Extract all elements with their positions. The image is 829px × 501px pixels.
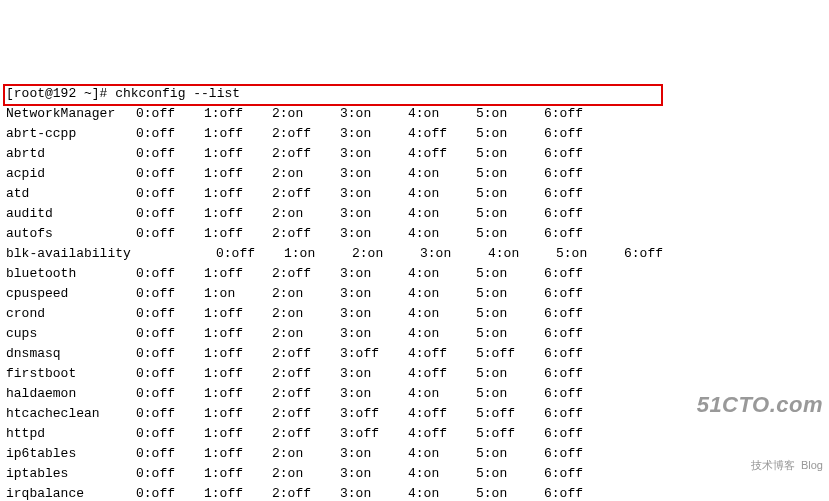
runlevel-state: 6:off bbox=[544, 484, 612, 501]
service-name: iptables bbox=[6, 464, 136, 484]
runlevel-state: 3:on bbox=[340, 324, 408, 344]
runlevel-state: 0:off bbox=[136, 224, 204, 244]
runlevel-state: 2:off bbox=[272, 224, 340, 244]
runlevel-state: 2:on bbox=[272, 304, 340, 324]
service-name: abrtd bbox=[6, 144, 136, 164]
service-row: iptables0:off1:off2:on3:on4:on5:on6:off bbox=[6, 464, 823, 484]
service-row: bluetooth0:off1:off2:off3:on4:on5:on6:of… bbox=[6, 264, 823, 284]
runlevel-state: 1:off bbox=[204, 424, 272, 444]
runlevel-state: 3:on bbox=[340, 464, 408, 484]
runlevel-state: 0:off bbox=[216, 244, 284, 264]
runlevel-state: 4:on bbox=[408, 384, 476, 404]
runlevel-state: 3:on bbox=[340, 384, 408, 404]
runlevel-state: 1:off bbox=[204, 164, 272, 184]
runlevel-state: 1:off bbox=[204, 224, 272, 244]
runlevel-state: 1:off bbox=[204, 464, 272, 484]
runlevel-state: 3:on bbox=[340, 444, 408, 464]
runlevel-state: 6:off bbox=[544, 404, 612, 424]
runlevel-state: 6:off bbox=[544, 344, 612, 364]
runlevel-state: 4:on bbox=[408, 224, 476, 244]
runlevel-state: 4:on bbox=[408, 444, 476, 464]
runlevel-state: 4:off bbox=[408, 144, 476, 164]
runlevel-state: 5:on bbox=[476, 484, 544, 501]
runlevel-state: 2:off bbox=[272, 264, 340, 284]
runlevel-state: 4:on bbox=[408, 284, 476, 304]
runlevel-state: 0:off bbox=[136, 444, 204, 464]
service-row: abrt-ccpp0:off1:off2:off3:on4:off5:on6:o… bbox=[6, 124, 823, 144]
runlevel-state: 1:off bbox=[204, 484, 272, 501]
runlevel-state: 5:on bbox=[476, 464, 544, 484]
service-row: NetworkManager0:off1:off2:on3:on4:on5:on… bbox=[6, 104, 823, 124]
runlevel-state: 3:on bbox=[340, 184, 408, 204]
runlevel-state: 5:on bbox=[476, 284, 544, 304]
runlevel-state: 1:off bbox=[204, 444, 272, 464]
terminal-output: [root@192 ~]# chkconfig --listNetworkMan… bbox=[0, 80, 829, 501]
runlevel-state: 5:off bbox=[476, 404, 544, 424]
runlevel-state: 0:off bbox=[136, 344, 204, 364]
runlevel-state: 1:off bbox=[204, 404, 272, 424]
runlevel-state: 3:on bbox=[340, 224, 408, 244]
runlevel-state: 1:off bbox=[204, 264, 272, 284]
runlevel-state: 5:off bbox=[476, 344, 544, 364]
runlevel-state: 0:off bbox=[136, 204, 204, 224]
service-name: blk-availability bbox=[6, 244, 216, 264]
runlevel-state: 5:on bbox=[476, 364, 544, 384]
runlevel-state: 6:off bbox=[544, 464, 612, 484]
runlevel-state: 0:off bbox=[136, 364, 204, 384]
runlevel-state: 0:off bbox=[136, 464, 204, 484]
runlevel-state: 3:on bbox=[340, 104, 408, 124]
runlevel-state: 6:off bbox=[544, 264, 612, 284]
runlevel-state: 3:on bbox=[340, 144, 408, 164]
runlevel-state: 6:off bbox=[544, 144, 612, 164]
runlevel-state: 6:off bbox=[544, 424, 612, 444]
service-row: blk-availability0:off1:on2:on3:on4:on5:o… bbox=[6, 244, 823, 264]
runlevel-state: 4:on bbox=[408, 204, 476, 224]
runlevel-state: 0:off bbox=[136, 184, 204, 204]
runlevel-state: 3:on bbox=[340, 204, 408, 224]
runlevel-state: 3:on bbox=[340, 364, 408, 384]
runlevel-state: 2:off bbox=[272, 484, 340, 501]
runlevel-state: 6:off bbox=[544, 184, 612, 204]
runlevel-state: 4:off bbox=[408, 424, 476, 444]
service-row: crond0:off1:off2:on3:on4:on5:on6:off bbox=[6, 304, 823, 324]
service-row: irqbalance0:off1:off2:off3:on4:on5:on6:o… bbox=[6, 484, 823, 501]
service-row: httpd0:off1:off2:off3:off4:off5:off6:off bbox=[6, 424, 823, 444]
service-name: cups bbox=[6, 324, 136, 344]
runlevel-state: 0:off bbox=[136, 104, 204, 124]
runlevel-state: 3:on bbox=[340, 304, 408, 324]
runlevel-state: 5:on bbox=[476, 444, 544, 464]
service-name: abrt-ccpp bbox=[6, 124, 136, 144]
runlevel-state: 2:off bbox=[272, 344, 340, 364]
service-row: cups0:off1:off2:on3:on4:on5:on6:off bbox=[6, 324, 823, 344]
service-name: crond bbox=[6, 304, 136, 324]
runlevel-state: 6:off bbox=[544, 124, 612, 144]
runlevel-state: 5:on bbox=[476, 324, 544, 344]
runlevel-state: 4:off bbox=[408, 404, 476, 424]
service-name: atd bbox=[6, 184, 136, 204]
runlevel-state: 6:off bbox=[544, 204, 612, 224]
service-name: firstboot bbox=[6, 364, 136, 384]
command-line: [root@192 ~]# chkconfig --list bbox=[6, 84, 823, 104]
service-row: abrtd0:off1:off2:off3:on4:off5:on6:off bbox=[6, 144, 823, 164]
runlevel-state: 1:off bbox=[204, 144, 272, 164]
service-row: autofs0:off1:off2:off3:on4:on5:on6:off bbox=[6, 224, 823, 244]
runlevel-state: 2:off bbox=[272, 364, 340, 384]
service-name: acpid bbox=[6, 164, 136, 184]
runlevel-state: 0:off bbox=[136, 404, 204, 424]
service-row: acpid0:off1:off2:on3:on4:on5:on6:off bbox=[6, 164, 823, 184]
runlevel-state: 0:off bbox=[136, 324, 204, 344]
runlevel-state: 6:off bbox=[544, 444, 612, 464]
runlevel-state: 0:off bbox=[136, 124, 204, 144]
service-row: cpuspeed0:off1:on2:on3:on4:on5:on6:off bbox=[6, 284, 823, 304]
runlevel-state: 6:off bbox=[544, 284, 612, 304]
runlevel-state: 5:on bbox=[476, 264, 544, 284]
runlevel-state: 4:on bbox=[408, 264, 476, 284]
runlevel-state: 0:off bbox=[136, 144, 204, 164]
runlevel-state: 5:on bbox=[476, 224, 544, 244]
runlevel-state: 3:on bbox=[340, 284, 408, 304]
runlevel-state: 2:off bbox=[272, 404, 340, 424]
runlevel-state: 4:on bbox=[408, 164, 476, 184]
service-row: atd0:off1:off2:off3:on4:on5:on6:off bbox=[6, 184, 823, 204]
runlevel-state: 3:off bbox=[340, 424, 408, 444]
runlevel-state: 6:off bbox=[544, 324, 612, 344]
